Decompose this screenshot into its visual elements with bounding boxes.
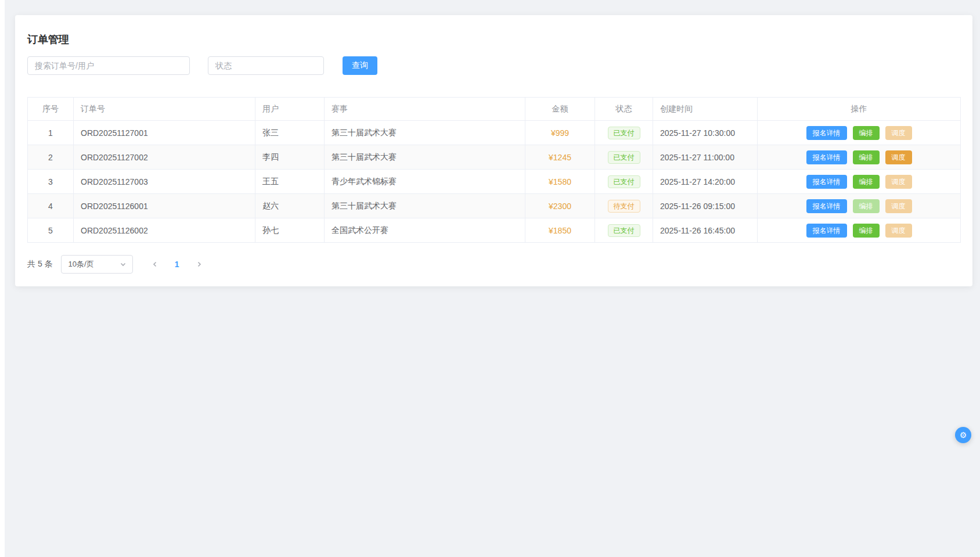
- cell-status: 已支付: [595, 145, 653, 170]
- table-row: 4ORD20251126001赵六第三十届武术大赛¥2300待支付2025-11…: [28, 194, 961, 218]
- chevron-down-icon: [120, 261, 127, 268]
- dispatch-button[interactable]: 调度: [885, 126, 912, 140]
- cell-actions: 报名详情编排调度: [758, 121, 961, 145]
- cell-createdAt: 2025-11-26 09:15:00: [653, 194, 758, 218]
- cell-orderNo: ORD20251127002: [74, 145, 255, 170]
- cell-user: 李四: [255, 145, 325, 170]
- column-header-user: 用户: [255, 98, 325, 121]
- cell-amount: ¥1580: [525, 170, 595, 194]
- column-header-orderNo: 订单号: [74, 98, 255, 121]
- cell-event: 第三十届武术大赛: [325, 145, 525, 170]
- cell-amount: ¥1850: [525, 218, 595, 243]
- cell-createdAt: 2025-11-26 16:45:00: [653, 218, 758, 243]
- cell-createdAt: 2025-11-27 11:00:00: [653, 145, 758, 170]
- gear-icon: ⚙: [960, 431, 967, 439]
- dispatch-button[interactable]: 调度: [885, 199, 912, 213]
- amount-text: ¥1580: [549, 177, 571, 186]
- register-detail-button[interactable]: 报名详情: [806, 150, 847, 164]
- pagination: 共 5 条 10条/页 1: [27, 255, 960, 274]
- cell-event: 青少年武术锦标赛: [325, 170, 525, 194]
- cell-index: 4: [28, 194, 74, 218]
- cell-actions: 报名详情编排调度: [758, 218, 961, 243]
- filter-bar: 查询: [27, 56, 960, 75]
- orders-table: 序号订单号用户赛事金额状态创建时间操作 1ORD20251127001张三第三十…: [27, 97, 961, 243]
- cell-actions: 报名详情编排调度: [758, 194, 961, 218]
- arrange-button[interactable]: 编排: [853, 224, 880, 238]
- table-row: 5ORD20251126002孙七全国武术公开赛¥1850已支付2025-11-…: [28, 218, 961, 243]
- column-header-index: 序号: [28, 98, 74, 121]
- amount-text: ¥999: [551, 128, 569, 138]
- cell-amount: ¥2300: [525, 194, 595, 218]
- page-size-value: 10条/页: [69, 259, 94, 269]
- arrange-button[interactable]: 编排: [853, 126, 880, 140]
- column-header-createdAt: 创建时间: [653, 98, 758, 121]
- cell-orderNo: ORD20251126001: [74, 194, 255, 218]
- dispatch-button[interactable]: 调度: [885, 150, 912, 164]
- cell-user: 赵六: [255, 194, 325, 218]
- page-title: 订单管理: [27, 33, 960, 47]
- register-detail-button[interactable]: 报名详情: [806, 126, 847, 140]
- column-header-event: 赛事: [325, 98, 525, 121]
- cell-createdAt: 2025-11-27 14:20:00: [653, 170, 758, 194]
- cell-orderNo: ORD20251127001: [74, 121, 255, 145]
- amount-text: ¥1245: [549, 153, 571, 162]
- cell-index: 5: [28, 218, 74, 243]
- chevron-left-icon: [152, 261, 158, 268]
- cell-status: 待支付: [595, 194, 653, 218]
- column-header-actions: 操作: [758, 98, 961, 121]
- amount-text: ¥2300: [549, 202, 571, 211]
- register-detail-button[interactable]: 报名详情: [806, 175, 847, 189]
- cell-orderNo: ORD20251127003: [74, 170, 255, 194]
- cell-user: 王五: [255, 170, 325, 194]
- status-badge: 已支付: [608, 175, 640, 188]
- page-number-button[interactable]: 1: [169, 255, 185, 274]
- column-header-status: 状态: [595, 98, 653, 121]
- cell-index: 1: [28, 121, 74, 145]
- status-badge: 待支付: [608, 200, 640, 213]
- status-badge: 已支付: [608, 224, 640, 237]
- cell-actions: 报名详情编排调度: [758, 170, 961, 194]
- table-row: 3ORD20251127003王五青少年武术锦标赛¥1580已支付2025-11…: [28, 170, 961, 194]
- cell-status: 已支付: [595, 218, 653, 243]
- page-size-select[interactable]: 10条/页: [61, 255, 133, 274]
- table-row: 2ORD20251127002李四第三十届武术大赛¥1245已支付2025-11…: [28, 145, 961, 170]
- status-badge: 已支付: [608, 151, 640, 164]
- order-management-card: 订单管理 查询 序号订单号用户赛事金额状态创建时间操作 1ORD20251127…: [15, 15, 972, 286]
- prev-page-button[interactable]: [147, 255, 163, 274]
- chevron-right-icon: [196, 261, 203, 268]
- search-input[interactable]: [27, 56, 190, 75]
- cell-amount: ¥1245: [525, 145, 595, 170]
- table-header-row: 序号订单号用户赛事金额状态创建时间操作: [28, 98, 961, 121]
- cell-actions: 报名详情编排调度: [758, 145, 961, 170]
- dispatch-button[interactable]: 调度: [885, 224, 912, 238]
- arrange-button[interactable]: 编排: [853, 175, 880, 189]
- status-select[interactable]: [208, 56, 324, 75]
- status-badge: 已支付: [608, 127, 640, 139]
- table-row: 1ORD20251127001张三第三十届武术大赛¥999已支付2025-11-…: [28, 121, 961, 145]
- arrange-button[interactable]: 编排: [853, 150, 880, 164]
- column-header-amount: 金额: [525, 98, 595, 121]
- query-button[interactable]: 查询: [343, 56, 377, 75]
- dispatch-button[interactable]: 调度: [885, 175, 912, 189]
- cell-event: 第三十届武术大赛: [325, 121, 525, 145]
- cell-event: 全国武术公开赛: [325, 218, 525, 243]
- total-count: 共 5 条: [27, 259, 53, 269]
- register-detail-button[interactable]: 报名详情: [806, 224, 847, 238]
- settings-fab-button[interactable]: ⚙: [955, 427, 971, 443]
- left-edge-strip: [0, 0, 5, 557]
- cell-orderNo: ORD20251126002: [74, 218, 255, 243]
- cell-user: 张三: [255, 121, 325, 145]
- cell-user: 孙七: [255, 218, 325, 243]
- register-detail-button[interactable]: 报名详情: [806, 199, 847, 213]
- cell-status: 已支付: [595, 170, 653, 194]
- cell-amount: ¥999: [525, 121, 595, 145]
- arrange-button[interactable]: 编排: [853, 199, 880, 213]
- next-page-button[interactable]: [191, 255, 207, 274]
- cell-index: 3: [28, 170, 74, 194]
- amount-text: ¥1850: [549, 226, 571, 235]
- cell-index: 2: [28, 145, 74, 170]
- cell-createdAt: 2025-11-27 10:30:00: [653, 121, 758, 145]
- cell-event: 第三十届武术大赛: [325, 194, 525, 218]
- cell-status: 已支付: [595, 121, 653, 145]
